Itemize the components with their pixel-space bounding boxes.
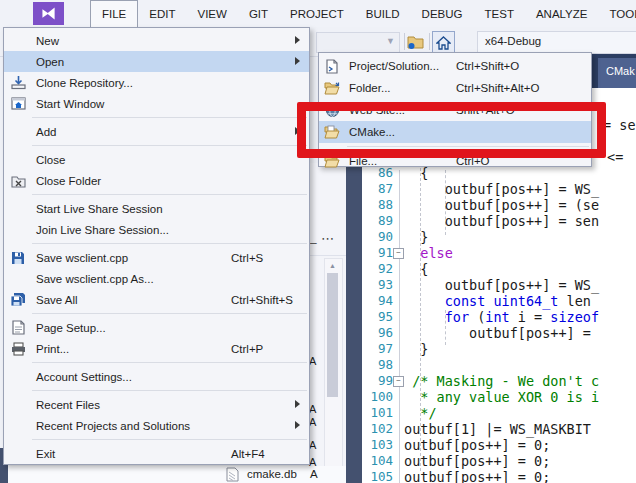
menu-bar-item-build[interactable]: BUILD (355, 0, 411, 27)
git-status-badge: A (309, 355, 316, 367)
configuration-dropdown[interactable]: x64-Debug (477, 31, 636, 54)
menu-item-shortcut: Ctrl+Shift+Alt+O (456, 82, 539, 94)
menu-item-exit[interactable]: ExitAlt+F4 (4, 443, 309, 464)
menu-item-label: Recent Files (36, 399, 100, 411)
solution-explorer-scrollbar[interactable]: ▲ (324, 258, 343, 483)
visual-studio-window: ▼ x64-Debug CMak – ⋯ ▲ (0, 0, 636, 483)
menu-item-label: New (36, 35, 59, 47)
submenu-arrow-icon (295, 57, 300, 65)
menu-item-save-all[interactable]: Save AllCtrl+Shift+S (4, 289, 309, 310)
menu-item-label: Clone Repository... (36, 77, 133, 89)
solution-explorer-bottom: cmake.db A (8, 466, 346, 483)
menu-item-recent-files[interactable]: Recent Files (4, 394, 309, 415)
menu-item-label: Close Folder (36, 175, 101, 187)
menu-item-recent-projects-and-solutions[interactable]: Recent Projects and Solutions (4, 415, 309, 436)
print-icon (4, 342, 32, 356)
code-text: * any value XOR 0 is i (404, 389, 599, 405)
menu-bar-item-analyze[interactable]: ANALYZE (525, 0, 599, 27)
code-line-97: 97 } (362, 341, 636, 357)
code-text: else (404, 245, 453, 261)
menu-item-start-live-share-session[interactable]: Start Live Share Session (4, 198, 309, 219)
menu-item-label: Save wsclient.cpp As... (36, 273, 154, 285)
home-button[interactable] (432, 31, 455, 54)
menu-item-start-window[interactable]: Start Window (4, 93, 309, 114)
code-line-105: 105outbuf[pos++] = 0; (362, 469, 636, 483)
menu-item-new[interactable]: New (4, 30, 309, 51)
menu-bar-item-debug[interactable]: DEBUG (411, 0, 474, 27)
disabled-combobox[interactable]: ▼ (316, 32, 400, 53)
scrollbar-up-arrow-icon[interactable]: ▲ (329, 262, 336, 269)
tab-cmake[interactable]: CMak (598, 58, 636, 88)
git-status-badge: A (309, 439, 316, 451)
close-folder-icon (4, 174, 32, 188)
menu-item-open[interactable]: Open (4, 51, 309, 72)
configuration-value: x64-Debug (485, 35, 541, 47)
code-line-100: 100 * any value XOR 0 is i (362, 389, 636, 405)
open-folder-icon (319, 81, 345, 95)
menu-item-label: Save All (36, 294, 78, 306)
menu-item-save-wsclient-cpp-as[interactable]: Save wsclient.cpp As... (4, 268, 309, 289)
code-line-94: 94 const uint64_t len (362, 293, 636, 309)
line-number: 89 (362, 213, 393, 229)
line-number: 96 (362, 325, 393, 341)
menu-item-clone-repository[interactable]: Clone Repository... (4, 72, 309, 93)
menu-item-shortcut: Ctrl+S (231, 252, 263, 264)
save-icon (4, 251, 32, 265)
save-all-icon (4, 292, 32, 307)
line-number: 105 (362, 469, 393, 483)
menu-item-add[interactable]: Add (4, 121, 309, 142)
menu-item-join-live-share-session[interactable]: Join Live Share Session... (4, 219, 309, 240)
code-line-103: 103outbuf[pos++] = 0; (362, 437, 636, 453)
menu-separator (32, 243, 307, 244)
code-line-104: 104outbuf[pos++] = 0; (362, 453, 636, 469)
menu-item-folder[interactable]: Folder...Ctrl+Shift+Alt+O (319, 77, 591, 99)
menu-item-project-solution[interactable]: Project/Solution...Ctrl+Shift+O (319, 55, 591, 77)
menu-item-close-folder[interactable]: Close Folder (4, 170, 309, 191)
fold-collapse-button[interactable]: − (393, 248, 404, 259)
code-line-87: 87 outbuf[pos++] = WS_ (362, 181, 636, 197)
menu-item-label: Account Settings... (36, 371, 132, 383)
menu-item-label: Open (36, 56, 64, 68)
tree-item-label: cmake.db (247, 468, 297, 480)
menu-separator (32, 439, 307, 440)
code-text: outbuf[1] |= WS_MASKBIT (404, 421, 591, 437)
menu-bar-item-edit[interactable]: EDIT (138, 0, 186, 27)
line-number: 98 (362, 357, 393, 373)
menu-separator (32, 194, 307, 195)
menu-item-label: Close (36, 154, 65, 166)
menu-item-label: Page Setup... (36, 322, 106, 334)
database-file-icon (226, 467, 239, 483)
menu-item-shortcut: Ctrl+Shift+S (231, 294, 293, 306)
line-number: 91 (362, 245, 393, 261)
tree-item-cmake-db[interactable]: cmake.db A (8, 466, 346, 483)
menu-bar-item-project[interactable]: PROJECT (279, 0, 355, 27)
menu-item-page-setup[interactable]: Page Setup... (4, 317, 309, 338)
code-text: for (int i = sizeof (404, 309, 599, 325)
menu-item-save-wsclient-cpp[interactable]: Save wsclient.cppCtrl+S (4, 247, 309, 268)
menu-item-close[interactable]: Close (4, 149, 309, 170)
overflow-menu-icon[interactable]: ⋯ (321, 231, 335, 246)
submenu-arrow-icon (295, 400, 300, 408)
menu-bar-item-test[interactable]: TEST (474, 0, 525, 27)
menu-item-print[interactable]: Print...Ctrl+P (4, 338, 309, 359)
line-number: 92 (362, 261, 393, 277)
menu-bar-item-tools[interactable]: TOOLS (598, 0, 636, 27)
menu-bar-item-view[interactable]: VIEW (187, 0, 238, 27)
chevron-down-icon: ▼ (386, 36, 395, 46)
toolbar-separator (429, 33, 430, 50)
submenu-arrow-icon (295, 421, 300, 429)
annotation-highlight-box (297, 102, 606, 158)
line-number: 90 (362, 229, 393, 245)
menu-bar-item-file[interactable]: FILE (90, 0, 138, 27)
menu-bar-item-git[interactable]: GIT (238, 0, 279, 27)
scrollbar-thumb[interactable] (327, 273, 338, 397)
file-menu: NewOpenClone Repository...Start WindowAd… (3, 27, 310, 465)
open-folder-toolbar-icon[interactable] (407, 33, 425, 50)
line-number: 94 (362, 293, 393, 309)
code-text: outbuf[pos++] = WS_ (404, 277, 599, 293)
code-text: outbuf[pos++] = 0; (404, 437, 550, 453)
fold-collapse-button[interactable]: − (393, 376, 404, 387)
code-line-92: 92 { (362, 261, 636, 277)
menu-item-account-settings[interactable]: Account Settings... (4, 366, 309, 387)
code-line-95: 95 for (int i = sizeof (362, 309, 636, 325)
